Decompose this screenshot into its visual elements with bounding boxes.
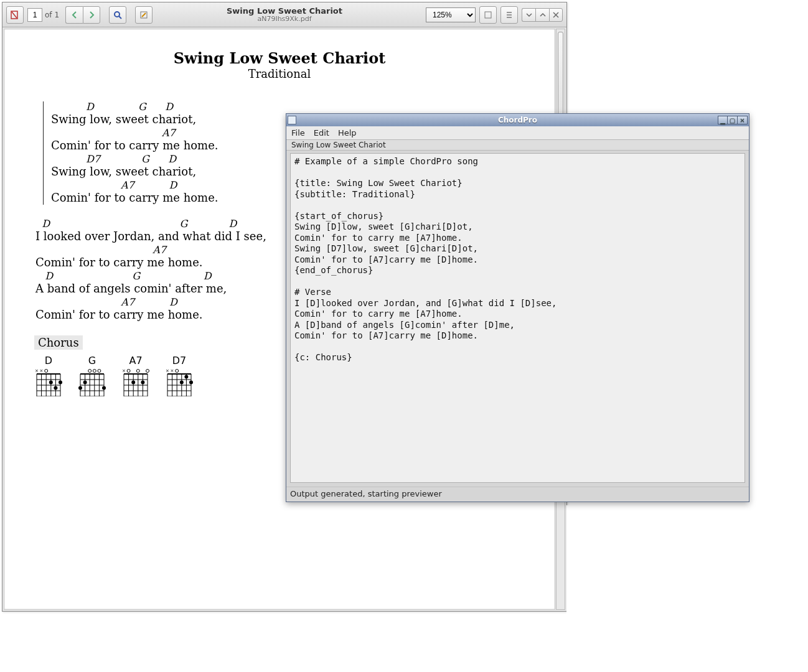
document-tab[interactable]: Swing Low Sweet Chariot: [286, 140, 749, 151]
svg-text:×: ×: [166, 368, 169, 373]
chordpro-window: ChordPro ▁ ▢ ✕ File Edit Help Swing Low …: [286, 113, 749, 502]
chord-diagram: D ××: [34, 355, 63, 396]
svg-point-57: [127, 370, 130, 373]
fretboard-icon: ××: [34, 368, 63, 396]
svg-text:×: ×: [40, 368, 44, 373]
prev-page-button[interactable]: [65, 6, 83, 24]
svg-line-1: [12, 12, 17, 18]
continuous-view-button[interactable]: [500, 6, 518, 24]
menu-file[interactable]: File: [291, 128, 305, 138]
svg-point-75: [176, 370, 179, 373]
svg-point-44: [102, 386, 106, 390]
song-subtitle: Traditional: [34, 67, 525, 80]
edit-annotate-button[interactable]: [135, 6, 153, 24]
chorus-marker: Chorus: [34, 335, 83, 350]
chord-name: G: [78, 355, 106, 366]
fretboard-icon: ××: [165, 368, 194, 396]
close-button[interactable]: ✕: [738, 116, 748, 124]
svg-point-2: [115, 12, 120, 17]
svg-point-59: [136, 370, 139, 373]
fretboard-icon: [78, 368, 106, 396]
svg-point-41: [98, 370, 101, 373]
page-count-label: of 1: [45, 11, 59, 19]
svg-point-77: [184, 375, 188, 379]
chord-diagram: G: [78, 355, 106, 396]
page-number-input[interactable]: [27, 8, 42, 22]
expand-down-button[interactable]: [522, 8, 535, 22]
svg-text:×: ×: [122, 368, 126, 373]
desktop-background: [566, 505, 808, 672]
close-document-button[interactable]: [6, 6, 24, 24]
pdf-toolbar: of 1 Swing Low Sweet Chariot aN79Ihs9Xk.…: [2, 2, 566, 27]
song-title: Swing Low Sweet Chariot: [34, 49, 525, 67]
menu-edit[interactable]: Edit: [314, 128, 329, 138]
page-navigator: of 1: [27, 8, 62, 22]
fretboard-icon: ×: [121, 368, 150, 396]
menu-bar: File Edit Help: [286, 126, 749, 140]
svg-point-60: [131, 381, 135, 385]
window-titlebar[interactable]: ChordPro ▁ ▢ ✕: [286, 114, 749, 126]
zoom-select[interactable]: 125%: [426, 7, 476, 22]
chord-diagram: A7 ×: [121, 355, 150, 396]
svg-point-78: [189, 381, 193, 385]
svg-point-61: [141, 381, 144, 385]
chord-line: D G D: [51, 101, 525, 113]
app-icon: [288, 116, 296, 124]
minimize-button[interactable]: ▁: [718, 116, 728, 124]
menu-help[interactable]: Help: [338, 128, 357, 138]
next-page-button[interactable]: [83, 6, 100, 24]
svg-text:×: ×: [171, 368, 174, 373]
svg-point-25: [49, 381, 53, 385]
chord-diagram: D7 ××: [165, 355, 194, 396]
svg-rect-5: [485, 12, 491, 18]
svg-point-24: [45, 370, 48, 373]
status-bar: Output generated, starting previewer: [286, 487, 749, 502]
chord-name: D: [34, 355, 63, 366]
expand-up-button[interactable]: [535, 8, 549, 22]
chord-name: D7: [165, 355, 194, 366]
svg-point-39: [88, 370, 92, 373]
svg-point-43: [83, 381, 87, 385]
source-editor[interactable]: # Example of a simple ChordPro song {tit…: [290, 153, 745, 483]
svg-point-27: [59, 381, 62, 385]
svg-point-58: [146, 370, 149, 373]
svg-point-42: [78, 386, 82, 390]
chord-name: A7: [121, 355, 150, 366]
svg-point-76: [180, 381, 184, 385]
svg-text:×: ×: [35, 368, 39, 373]
window-title: ChordPro: [286, 116, 749, 124]
maximize-button[interactable]: ▢: [728, 116, 738, 124]
close-panel-button[interactable]: [549, 8, 563, 22]
svg-line-3: [119, 16, 121, 19]
svg-point-40: [93, 370, 96, 373]
find-button[interactable]: [109, 6, 126, 24]
svg-point-26: [54, 386, 57, 390]
fit-page-button[interactable]: [479, 6, 497, 24]
